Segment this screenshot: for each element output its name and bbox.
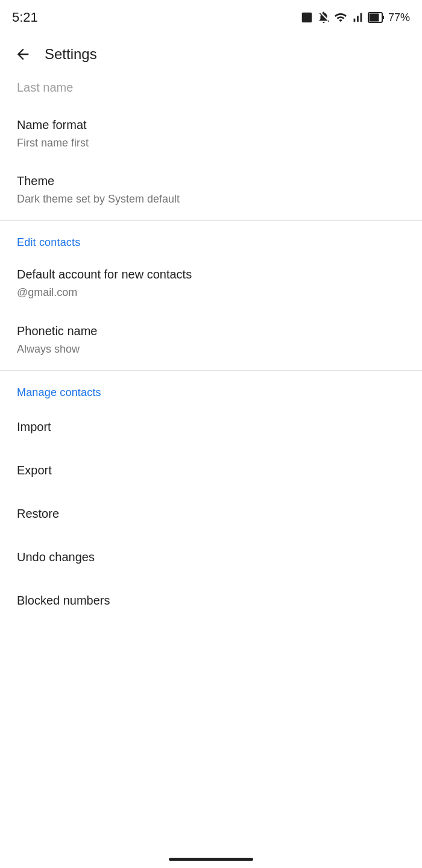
restore-item[interactable]: Restore <box>0 492 422 535</box>
svg-rect-1 <box>382 16 384 19</box>
import-item[interactable]: Import <box>0 405 422 448</box>
export-title: Export <box>17 462 405 479</box>
blocked-numbers-title: Blocked numbers <box>17 592 405 609</box>
wifi-icon <box>334 11 347 24</box>
theme-subtitle: Dark theme set by System default <box>17 192 405 207</box>
manage-contacts-section-header: Manage contacts <box>0 373 422 405</box>
svg-rect-2 <box>369 14 379 22</box>
restore-title: Restore <box>17 505 405 522</box>
theme-item[interactable]: Theme Dark theme set by System default <box>0 162 422 218</box>
name-format-subtitle: First name first <box>17 136 405 151</box>
app-header: Settings <box>0 33 422 76</box>
default-account-subtitle: @gmail.com <box>17 285 405 300</box>
home-indicator <box>169 858 253 861</box>
status-time: 5:21 <box>12 10 38 25</box>
import-title: Import <box>17 418 405 435</box>
back-arrow-icon <box>14 46 31 63</box>
signal-icon <box>351 11 364 24</box>
edit-contacts-section-header: Edit contacts <box>0 223 422 255</box>
name-format-title: Name format <box>17 116 405 133</box>
manage-contacts-title: Manage contacts <box>17 386 101 398</box>
battery-icon <box>368 11 385 24</box>
battery-percentage: 77% <box>388 11 410 24</box>
phonetic-name-title: Phonetic name <box>17 322 405 339</box>
theme-title: Theme <box>17 172 405 189</box>
divider-2 <box>0 370 422 371</box>
blocked-numbers-item[interactable]: Blocked numbers <box>0 579 422 622</box>
phonetic-name-item[interactable]: Phonetic name Always show <box>0 312 422 368</box>
status-icons: 77% <box>300 11 410 24</box>
edit-contacts-title: Edit contacts <box>17 236 80 248</box>
page-title: Settings <box>45 46 97 63</box>
image-icon <box>300 11 313 24</box>
default-account-title: Default account for new contacts <box>17 266 405 283</box>
phonetic-name-subtitle: Always show <box>17 342 405 357</box>
mute-icon <box>317 11 330 24</box>
back-button[interactable] <box>10 41 36 68</box>
status-bar: 5:21 77% <box>0 0 422 33</box>
undo-changes-title: Undo changes <box>17 549 405 565</box>
partial-label: Last name <box>17 81 73 94</box>
divider-1 <box>0 220 422 221</box>
export-item[interactable]: Export <box>0 448 422 492</box>
name-format-item[interactable]: Name format First name first <box>0 105 422 162</box>
default-account-item[interactable]: Default account for new contacts @gmail.… <box>0 255 422 311</box>
partial-last-name-item: Last name <box>0 76 422 105</box>
undo-changes-item[interactable]: Undo changes <box>0 535 422 579</box>
